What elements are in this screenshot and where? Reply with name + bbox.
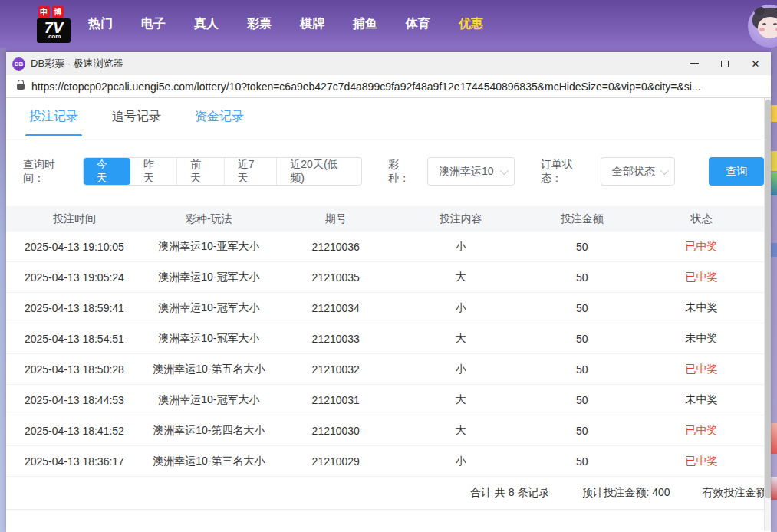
tab-fund-records[interactable]: 资金记录 xyxy=(195,109,244,136)
cell-status: 未中奖 xyxy=(639,332,764,346)
nav-item-sports[interactable]: 体育 xyxy=(406,16,430,32)
lottery-select-label: 彩种： xyxy=(388,158,420,186)
cell-issue: 21210034 xyxy=(275,302,397,314)
address-bar[interactable]: https://ctopcp02pcali.uengi5e.com/lotter… xyxy=(6,75,771,98)
status-select-label: 订单状态： xyxy=(541,158,593,186)
time-option-today[interactable]: 今天 xyxy=(84,158,130,185)
table-row: 2025-04-13 19:10:05 澳洲幸运10-亚军大小 21210036… xyxy=(6,232,764,262)
cell-game: 澳洲幸运10-亚军大小 xyxy=(143,240,275,254)
filter-bar: 查询时间： 今天 昨天 前天 近7天 近20天(低频) 彩种： 澳洲幸运10 订… xyxy=(23,157,764,186)
nav-item-live[interactable]: 真人 xyxy=(194,16,219,32)
cell-time: 2025-04-13 18:44:53 xyxy=(6,394,143,406)
page-background-right xyxy=(771,48,777,532)
cell-time: 2025-04-13 18:54:51 xyxy=(6,333,143,345)
time-option-20days[interactable]: 近20天(低频) xyxy=(277,158,361,185)
tab-bet-records[interactable]: 投注记录 xyxy=(29,109,78,136)
cell-status: 已中奖 xyxy=(639,363,764,376)
time-option-yesterday[interactable]: 昨天 xyxy=(130,158,177,185)
minimize-button[interactable] xyxy=(679,52,710,75)
table-header-row: 投注时间 彩种-玩法 期号 投注内容 投注金额 状态 xyxy=(6,206,764,232)
vertical-scrollbar[interactable] xyxy=(764,98,771,531)
nav-item-promo[interactable]: 优惠 xyxy=(459,16,483,32)
col-header-amount: 投注金额 xyxy=(525,212,639,226)
nav-item-fishing[interactable]: 捕鱼 xyxy=(353,16,377,32)
cell-amount: 50 xyxy=(525,241,639,253)
table-row: 2025-04-13 19:05:24 澳洲幸运10-冠军大小 21210035… xyxy=(6,262,764,293)
cell-game: 澳洲幸运10-第四名大小 xyxy=(143,424,275,438)
cell-issue: 21210032 xyxy=(275,363,397,376)
table-row: 2025-04-13 18:50:28 澳洲幸运10-第五名大小 2121003… xyxy=(6,354,764,385)
url-text[interactable]: https://ctopcp02pcali.uengi5e.com/lotter… xyxy=(31,80,701,93)
user-avatar[interactable] xyxy=(748,5,777,48)
cell-amount: 50 xyxy=(525,302,639,314)
cell-issue: 21210029 xyxy=(275,455,397,468)
col-header-issue: 期号 xyxy=(275,212,397,226)
cell-amount: 50 xyxy=(525,363,639,376)
time-filter-group: 今天 昨天 前天 近7天 近20天(低频) xyxy=(83,157,363,186)
cell-content: 小 xyxy=(397,240,525,254)
cell-content: 大 xyxy=(397,271,525,284)
time-option-daybefore[interactable]: 前天 xyxy=(177,158,224,185)
cell-time: 2025-04-13 18:59:41 xyxy=(6,302,143,314)
chevron-down-icon xyxy=(500,166,509,174)
summary-expected-amount: 预计投注金额: 400 xyxy=(581,486,670,500)
avatar-blush xyxy=(759,28,765,31)
cell-content: 大 xyxy=(397,424,525,438)
table-row: 2025-04-13 18:44:53 澳洲幸运10-冠军大小 21210031… xyxy=(6,385,764,415)
table-row: 2025-04-13 18:59:41 澳洲幸运10-冠军大小 21210034… xyxy=(6,293,764,323)
col-header-time: 投注时间 xyxy=(6,212,143,226)
table-row: 2025-04-13 18:54:51 澳洲幸运10-冠军大小 21210033… xyxy=(6,323,764,354)
nav-item-hot[interactable]: 热门 xyxy=(88,16,113,32)
page-background-left xyxy=(0,48,6,532)
search-button[interactable]: 查询 xyxy=(709,157,764,186)
tab-chase-records[interactable]: 追号记录 xyxy=(112,109,161,136)
site-logo[interactable]: 申 博 7V .com xyxy=(37,6,74,44)
cell-game: 澳洲幸运10-冠军大小 xyxy=(143,332,275,346)
cell-amount: 50 xyxy=(525,455,639,468)
nav-item-electronic[interactable]: 电子 xyxy=(141,16,166,32)
time-option-7days[interactable]: 近7天 xyxy=(225,158,278,185)
site-nav: 热门 电子 真人 彩票 棋牌 捕鱼 体育 优惠 xyxy=(88,0,483,48)
logo-chip-bo: 博 xyxy=(52,6,64,18)
logo-chip-shen: 申 xyxy=(38,6,50,18)
cell-game: 澳洲幸运10-冠军大小 xyxy=(143,393,275,407)
scrollbar-thumb[interactable] xyxy=(765,100,771,498)
window-titlebar[interactable]: DB DB彩票 - 极速浏览器 ✕ xyxy=(6,52,771,75)
cell-status: 已中奖 xyxy=(639,271,764,284)
record-tabs: 投注记录 追号记录 资金记录 xyxy=(6,98,764,136)
page-content: 投注记录 追号记录 资金记录 查询时间： 今天 昨天 前天 近7天 近20天(低… xyxy=(6,98,771,531)
cell-issue: 21210030 xyxy=(275,425,397,437)
table-row: 2025-04-13 18:41:52 澳洲幸运10-第四名大小 2121003… xyxy=(6,415,764,446)
cell-game: 澳洲幸运10-冠军大小 xyxy=(143,301,275,315)
cell-issue: 21210033 xyxy=(275,333,397,345)
browser-window: DB DB彩票 - 极速浏览器 ✕ https://ctopcp02pcali.… xyxy=(6,52,771,532)
summary-total-records: 合计 共 8 条记录 xyxy=(470,486,549,500)
logo-suffix-text: .com xyxy=(37,34,71,40)
cell-issue: 21210031 xyxy=(275,394,397,406)
lottery-select-value: 澳洲幸运10 xyxy=(439,165,494,179)
cell-game: 澳洲幸运10-第三名大小 xyxy=(143,455,275,468)
chevron-down-icon xyxy=(660,166,669,174)
summary-valid-amount: 有效投注金额 xyxy=(703,486,764,500)
maximize-button[interactable] xyxy=(710,52,740,75)
cell-status: 未中奖 xyxy=(639,301,764,315)
close-button[interactable]: ✕ xyxy=(740,52,771,75)
cell-content: 小 xyxy=(397,455,525,468)
order-status-select[interactable]: 全部状态 xyxy=(601,157,676,186)
cell-time: 2025-04-13 18:36:17 xyxy=(6,455,143,468)
cell-game: 澳洲幸运10-冠军大小 xyxy=(143,271,275,284)
avatar-eye xyxy=(762,23,766,25)
site-header: 申 博 7V .com 热门 电子 真人 彩票 棋牌 捕鱼 体育 优惠 xyxy=(0,0,777,54)
cell-game: 澳洲幸运10-第五名大小 xyxy=(143,363,275,376)
cell-content: 小 xyxy=(397,363,525,376)
lock-icon xyxy=(17,84,25,90)
browser-app-icon: DB xyxy=(12,57,25,71)
nav-item-lottery[interactable]: 彩票 xyxy=(247,16,272,32)
maximize-icon xyxy=(721,61,729,67)
nav-item-boardgame[interactable]: 棋牌 xyxy=(300,16,324,32)
cell-status: 已中奖 xyxy=(639,424,764,438)
window-title: DB彩票 - 极速浏览器 xyxy=(31,57,679,71)
col-header-content: 投注内容 xyxy=(397,212,525,226)
status-select-value: 全部状态 xyxy=(612,165,655,179)
lottery-select[interactable]: 澳洲幸运10 xyxy=(427,157,515,186)
